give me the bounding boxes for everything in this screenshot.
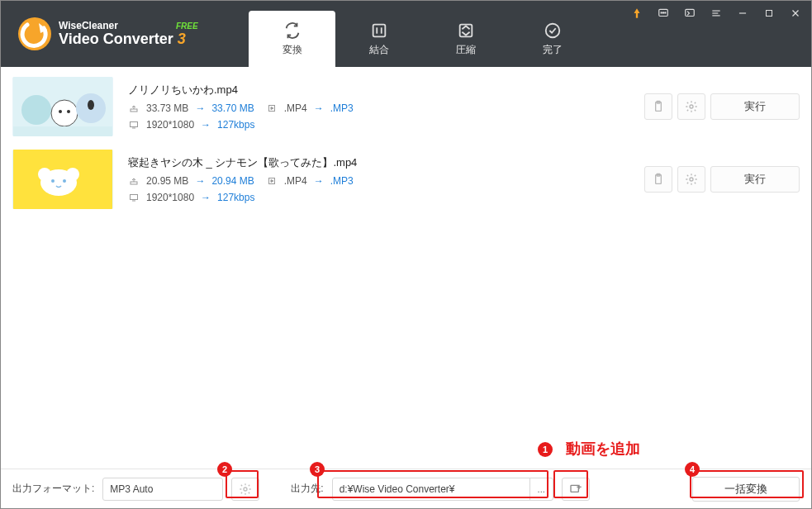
svg-point-37	[38, 168, 51, 181]
svg-rect-51	[571, 485, 578, 492]
bitrate: 127kbps	[217, 192, 254, 203]
output-format-label: 出力フォーマット:	[12, 482, 94, 496]
output-folder-input[interactable]	[333, 483, 529, 495]
tab-convert[interactable]: 変換	[249, 11, 335, 67]
file-name: ノリノリちいかわ.mp4	[128, 83, 644, 98]
resolution-icon	[128, 192, 140, 203]
done-icon	[544, 21, 562, 40]
merge-icon	[370, 21, 388, 40]
output-folder-label: 出力先:	[291, 482, 323, 496]
copy-settings-button[interactable]	[644, 93, 672, 120]
row-settings-button[interactable]	[677, 166, 705, 193]
tab-done[interactable]: 完了	[509, 11, 596, 67]
svg-point-40	[63, 179, 66, 183]
output-format-field[interactable]: MP3 Auto	[102, 478, 223, 501]
copy-settings-button[interactable]	[644, 166, 672, 193]
svg-point-5	[545, 23, 559, 37]
bitrate: 127kbps	[217, 119, 254, 131]
size-out: 20.94 MB	[211, 175, 254, 187]
format-settings-button[interactable]	[231, 478, 259, 501]
svg-point-8	[661, 12, 662, 13]
format-in: .MP4	[284, 175, 307, 187]
svg-rect-45	[131, 195, 138, 200]
file-list: ノリノリちいかわ.mp4 33.73 MB → 33.70 MB .MP4 → …	[1, 67, 811, 216]
svg-point-21	[59, 110, 62, 113]
browse-button[interactable]: ...	[529, 478, 553, 500]
svg-point-50	[244, 488, 247, 491]
thumbnail[interactable]	[12, 150, 113, 209]
svg-rect-10	[686, 9, 695, 16]
svg-point-9	[665, 12, 666, 13]
tab-merge[interactable]: 結合	[335, 11, 422, 67]
file-name: 寝起きヤシの木 _ シナモン【歌ってみた】.mp4	[128, 155, 644, 170]
svg-point-24	[88, 100, 94, 110]
resolution: 1920*1080	[146, 192, 194, 203]
size-icon	[128, 102, 140, 114]
svg-rect-41	[131, 182, 137, 184]
callout-text-add-video: 動画を追加	[566, 439, 640, 459]
feedback-icon[interactable]	[656, 6, 671, 21]
settings-icon[interactable]	[682, 6, 697, 21]
close-button[interactable]	[788, 6, 803, 21]
batch-convert-button[interactable]: 一括変換	[692, 477, 800, 502]
format-in: .MP4	[284, 102, 307, 114]
footer-bar: 出力フォーマット: MP3 Auto 出力先: ... 一括変換	[1, 469, 811, 508]
minimize-button[interactable]	[735, 6, 750, 21]
app-title: Video Converter 3	[59, 31, 198, 48]
svg-point-7	[662, 12, 663, 13]
svg-point-22	[67, 110, 70, 113]
svg-marker-29	[271, 107, 273, 110]
format-out: .MP3	[330, 102, 354, 114]
file-row: ノリノリちいかわ.mp4 33.73 MB → 33.70 MB .MP4 → …	[1, 70, 811, 143]
svg-rect-26	[131, 109, 137, 112]
size-in: 33.73 MB	[146, 102, 188, 114]
svg-point-49	[690, 178, 693, 181]
row-settings-button[interactable]	[677, 93, 705, 120]
run-button[interactable]: 実行	[710, 166, 800, 193]
svg-rect-1	[373, 24, 385, 36]
compress-icon	[457, 21, 475, 40]
size-icon	[128, 175, 140, 187]
svg-point-20	[51, 100, 78, 126]
main-tabs: 変換 結合 圧縮 完了	[249, 11, 596, 67]
svg-rect-25	[13, 126, 112, 136]
output-folder-field: ...	[332, 478, 553, 501]
convert-icon	[283, 21, 302, 40]
resolution: 1920*1080	[146, 119, 194, 131]
tab-compress[interactable]: 圧縮	[422, 11, 509, 67]
svg-rect-30	[131, 122, 138, 127]
callout-number-1: 1	[538, 442, 553, 457]
title-bar: WiseCleaner FREE Video Converter 3 変換 結合…	[1, 1, 811, 67]
arrow-icon: →	[195, 102, 205, 114]
svg-point-39	[51, 179, 55, 183]
svg-point-34	[690, 105, 693, 108]
size-out: 33.70 MB	[211, 102, 254, 114]
maximize-button[interactable]	[762, 6, 776, 21]
svg-rect-15	[767, 11, 772, 17]
window-controls	[629, 1, 811, 67]
upgrade-icon[interactable]	[629, 6, 644, 21]
menu-icon[interactable]	[709, 6, 724, 21]
thumbnail[interactable]	[12, 77, 113, 136]
add-video-button[interactable]	[562, 478, 590, 501]
run-button[interactable]: 実行	[710, 93, 800, 120]
size-in: 20.95 MB	[146, 175, 188, 187]
format-out: .MP3	[330, 175, 354, 187]
format-icon	[266, 102, 278, 114]
file-row: 寝起きヤシの木 _ シナモン【歌ってみた】.mp4 20.95 MB → 20.…	[1, 143, 811, 216]
free-badge: FREE	[176, 21, 198, 31]
app-logo: WiseCleaner FREE Video Converter 3	[1, 1, 249, 67]
format-icon	[266, 175, 278, 187]
resolution-icon	[128, 119, 140, 131]
logo-icon	[16, 15, 54, 53]
svg-point-38	[66, 168, 79, 181]
svg-marker-44	[271, 180, 273, 183]
svg-point-19	[21, 95, 51, 125]
